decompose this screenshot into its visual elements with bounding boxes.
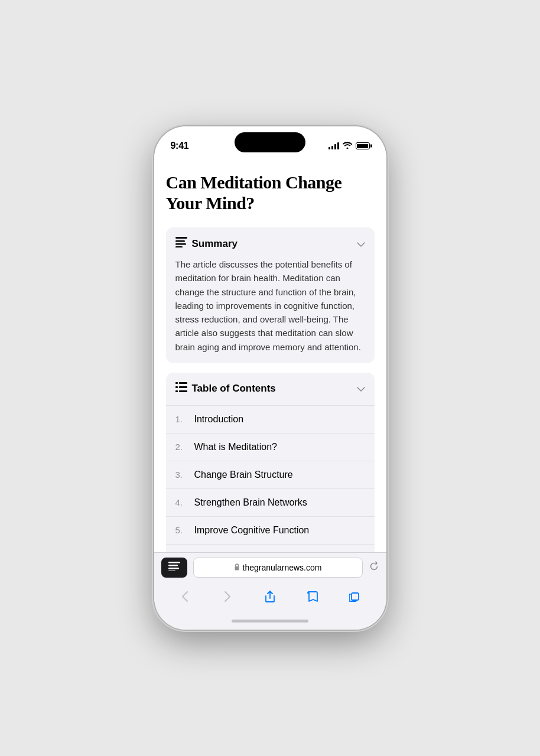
url-bar-row: thegranularnews.com	[154, 553, 386, 582]
content-area[interactable]: Can Meditation Change Your Mind?	[154, 158, 386, 552]
safari-bar: thegranularnews.com	[154, 552, 386, 630]
toc-label-3: Change Brain Structure	[194, 470, 365, 480]
toc-label-1: Introduction	[194, 414, 365, 425]
toc-header: Table of Contents	[166, 373, 375, 405]
svg-rect-15	[352, 593, 359, 600]
summary-chevron-icon[interactable]	[357, 239, 365, 249]
toc-item-5[interactable]: 5. Improve Cognitive Function	[166, 516, 375, 544]
summary-body: The article discusses the potential bene…	[175, 258, 365, 354]
lock-icon	[234, 563, 240, 572]
status-icons	[328, 142, 370, 151]
toc-number-1: 1.	[175, 414, 190, 424]
nav-bar	[154, 582, 386, 612]
status-bar: 9:41	[154, 126, 386, 158]
summary-header-left: Summary	[175, 237, 238, 250]
share-button[interactable]	[257, 586, 283, 607]
dynamic-island	[235, 132, 305, 152]
svg-rect-11	[168, 565, 178, 566]
toc-label-2: What is Meditation?	[194, 442, 365, 452]
wifi-icon	[343, 142, 352, 151]
svg-rect-8	[175, 390, 178, 392]
status-time: 9:41	[171, 141, 189, 151]
url-text: thegranularnews.com	[243, 563, 322, 572]
svg-rect-9	[179, 390, 187, 392]
toc-item-3[interactable]: 3. Change Brain Structure	[166, 461, 375, 488]
svg-rect-6	[175, 386, 178, 388]
url-field[interactable]: thegranularnews.com	[193, 558, 363, 578]
toc-icon	[175, 382, 187, 396]
toc-header-left: Table of Contents	[175, 382, 276, 396]
battery-icon	[356, 142, 370, 149]
summary-card: Summary The article discusses the potent…	[166, 227, 375, 363]
svg-rect-7	[179, 386, 187, 388]
forward-button[interactable]	[214, 586, 240, 607]
reader-icon	[168, 562, 180, 573]
home-indicator	[154, 612, 386, 630]
svg-rect-12	[168, 568, 179, 569]
toc-title: Table of Contents	[192, 383, 276, 395]
summary-icon	[175, 237, 187, 250]
toc-number-3: 3.	[175, 470, 190, 480]
reader-mode-button[interactable]	[161, 558, 187, 578]
svg-rect-5	[179, 382, 187, 384]
svg-rect-1	[175, 240, 185, 242]
svg-rect-4	[175, 382, 178, 384]
summary-header: Summary	[175, 237, 365, 250]
svg-rect-14	[235, 566, 239, 571]
bookmarks-button[interactable]	[300, 586, 326, 607]
article-title: Can Meditation Change Your Mind?	[166, 172, 375, 213]
toc-label-5: Improve Cognitive Function	[194, 525, 365, 536]
toc-item-4[interactable]: 4. Strengthen Brain Networks	[166, 488, 375, 516]
toc-label-4: Strengthen Brain Networks	[194, 497, 365, 508]
summary-title: Summary	[192, 238, 238, 250]
home-bar	[232, 620, 308, 623]
screen: 9:41 Can Meditation	[154, 126, 386, 630]
svg-rect-10	[168, 562, 180, 563]
back-button[interactable]	[172, 586, 198, 607]
tabs-button[interactable]	[342, 586, 368, 607]
toc-number-5: 5.	[175, 525, 190, 535]
toc-chevron-icon[interactable]	[357, 384, 365, 393]
toc-card: Table of Contents 1. Introduction 2. Wha…	[166, 373, 375, 552]
svg-rect-2	[175, 243, 186, 245]
toc-item-6[interactable]: 6. Reduce Stress and Anxiety	[166, 544, 375, 552]
refresh-button[interactable]	[369, 561, 379, 575]
toc-number-2: 2.	[175, 442, 190, 452]
signal-icon	[328, 142, 339, 149]
svg-rect-3	[175, 246, 183, 247]
svg-rect-13	[168, 571, 175, 571]
svg-rect-0	[175, 237, 187, 239]
phone-frame: 9:41 Can Meditation	[154, 126, 386, 630]
toc-number-4: 4.	[175, 497, 190, 507]
toc-item-1[interactable]: 1. Introduction	[166, 405, 375, 433]
toc-item-2[interactable]: 2. What is Meditation?	[166, 433, 375, 461]
